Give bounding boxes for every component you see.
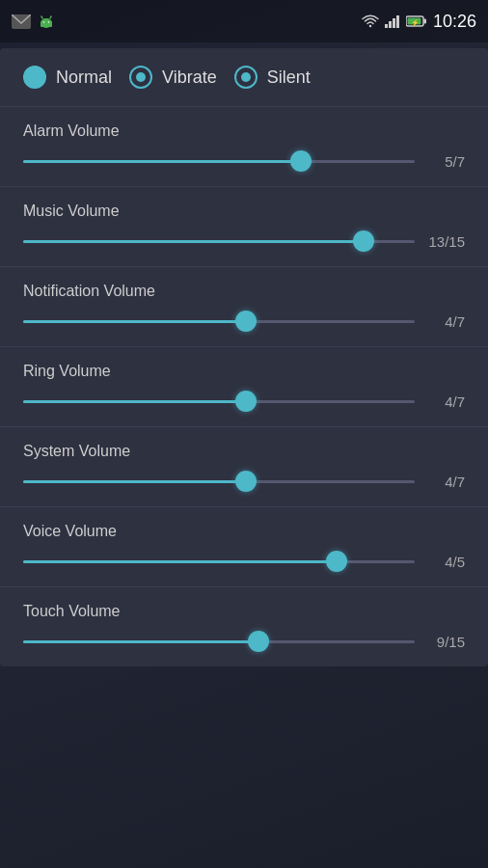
slider-thumb-voice[interactable] [326, 551, 347, 572]
slider-value-ring: 4/7 [426, 393, 465, 410]
mode-normal-label: Normal [56, 68, 112, 88]
svg-line-3 [41, 16, 42, 18]
mode-vibrate-label: Vibrate [162, 68, 217, 88]
slider-music[interactable] [23, 230, 415, 253]
slider-system[interactable] [23, 470, 415, 493]
slider-row-music: 13/15 [23, 230, 465, 253]
volume-section-notification: Notification Volume 4/7 [0, 267, 488, 347]
status-bar: ⚡ 10:26 [0, 0, 488, 42]
volume-section-touch: Touch Volume 9/15 [0, 587, 488, 666]
slider-track-fill-voice [23, 560, 337, 563]
slider-row-system: 4/7 [23, 470, 465, 493]
slider-alarm[interactable] [23, 149, 415, 173]
volumes-container: Alarm Volume 5/7 Music Volume 13/15 [0, 107, 488, 666]
volume-label-music: Music Volume [23, 203, 465, 220]
volume-label-alarm: Alarm Volume [23, 122, 465, 140]
slider-thumb-system[interactable] [235, 471, 257, 492]
slider-value-touch: 9/15 [426, 634, 465, 650]
volume-label-ring: Ring Volume [23, 363, 465, 380]
volume-section-voice: Voice Volume 4/5 [0, 507, 488, 587]
slider-track-fill-alarm [23, 160, 301, 163]
slider-value-alarm: 5/7 [426, 153, 465, 170]
slider-touch[interactable] [23, 630, 415, 653]
slider-thumb-touch[interactable] [248, 631, 269, 652]
volume-label-voice: Voice Volume [23, 523, 465, 540]
slider-row-touch: 9/15 [23, 630, 465, 653]
volume-section-alarm: Alarm Volume 5/7 [0, 107, 488, 187]
slider-voice[interactable] [23, 550, 415, 573]
svg-rect-9 [393, 18, 395, 28]
svg-point-5 [43, 21, 45, 23]
slider-track-fill-music [23, 240, 364, 243]
mode-selector: Normal Vibrate Silent [0, 48, 488, 107]
slider-thumb-notification[interactable] [235, 311, 257, 332]
wifi-icon [362, 14, 379, 28]
mode-vibrate[interactable]: Vibrate [129, 66, 217, 89]
main-card: Normal Vibrate Silent Alarm Volume [0, 48, 488, 666]
volume-section-music: Music Volume 13/15 [0, 187, 488, 267]
svg-rect-2 [41, 21, 52, 27]
svg-point-6 [48, 21, 50, 23]
slider-thumb-ring[interactable] [235, 391, 257, 412]
status-bar-right: ⚡ 10:26 [362, 12, 476, 32]
slider-thumb-alarm[interactable] [290, 150, 312, 172]
android-icon [39, 14, 54, 29]
slider-track-fill-system [23, 480, 246, 483]
signal-icon [385, 14, 400, 28]
mode-normal[interactable]: Normal [23, 66, 112, 89]
slider-row-alarm: 5/7 [23, 149, 465, 173]
slider-track-fill-ring [23, 400, 246, 403]
status-time: 10:26 [433, 12, 476, 32]
svg-line-4 [50, 16, 51, 18]
slider-track-fill-touch [23, 640, 258, 643]
slider-notification[interactable] [23, 310, 415, 333]
volume-label-notification: Notification Volume [23, 283, 465, 300]
mode-silent[interactable]: Silent [234, 66, 311, 89]
volume-label-touch: Touch Volume [23, 603, 465, 620]
battery-icon: ⚡ [406, 15, 427, 27]
radio-silent[interactable] [234, 66, 258, 89]
volume-section-ring: Ring Volume 4/7 [0, 347, 488, 427]
slider-ring[interactable] [23, 390, 415, 413]
radio-normal[interactable] [23, 66, 46, 89]
svg-text:⚡: ⚡ [411, 18, 420, 27]
slider-value-voice: 4/5 [426, 554, 465, 570]
gmail-icon [12, 14, 31, 29]
radio-vibrate[interactable] [129, 66, 152, 89]
slider-value-notification: 4/7 [426, 313, 465, 330]
svg-rect-7 [385, 24, 388, 28]
slider-track-fill-notification [23, 320, 246, 323]
svg-rect-10 [396, 15, 399, 28]
status-bar-left [12, 14, 54, 29]
slider-row-ring: 4/7 [23, 390, 465, 413]
volume-section-system: System Volume 4/7 [0, 427, 488, 507]
slider-row-voice: 4/5 [23, 550, 465, 573]
slider-row-notification: 4/7 [23, 310, 465, 333]
slider-thumb-music[interactable] [353, 231, 374, 252]
mode-silent-label: Silent [267, 68, 311, 88]
slider-value-music: 13/15 [426, 233, 465, 250]
svg-rect-12 [423, 19, 426, 24]
volume-label-system: System Volume [23, 443, 465, 460]
svg-rect-8 [389, 21, 392, 28]
slider-value-system: 4/7 [426, 474, 465, 490]
